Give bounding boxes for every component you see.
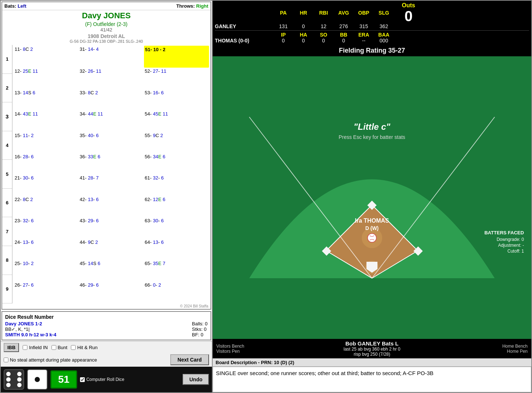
entry-51: 51- 10 - 2 bbox=[144, 46, 209, 68]
row-3: 3 bbox=[2, 102, 12, 131]
entry-32: 32- 26- 11 bbox=[79, 68, 144, 89]
scoreboard: PA HR RBI AVG OBP SLG Outs 0 GANLEY 131 … bbox=[213, 1, 531, 45]
stks-value: 0 bbox=[204, 326, 206, 332]
sb-batter-pa: 131 bbox=[273, 23, 293, 29]
hit-run-checkbox[interactable] bbox=[71, 345, 76, 350]
sb-pitcher-era: -- bbox=[354, 38, 374, 44]
controls-row: IBB Infield IN Bunt Hit & Run bbox=[1, 341, 212, 354]
lineup-rows: 1 2 3 4 5 6 7 8 9 11- 8C 2 31- 14- 4 51-… bbox=[2, 45, 210, 303]
entry-52: 52- 27- 11 bbox=[144, 68, 209, 89]
dice-player-name: Davy JONES 1-2 bbox=[5, 321, 192, 326]
sb-batter-rbi: 12 bbox=[314, 23, 334, 29]
svg-text:"Little c": "Little c" bbox=[354, 122, 391, 132]
home-area: Home Bench Home Pen bbox=[487, 344, 528, 354]
sb-slg-header: SLG bbox=[374, 10, 394, 16]
entry-15: 15- 11- 2 bbox=[14, 132, 79, 153]
entry-36: 36- 33E 6 bbox=[79, 153, 144, 174]
undo-button[interactable]: Undo bbox=[183, 374, 209, 385]
player-number: 41/42 bbox=[2, 27, 210, 33]
dot bbox=[17, 377, 22, 382]
bf-label: BF: bbox=[192, 332, 199, 337]
throws-info: Throws: Right bbox=[176, 3, 208, 9]
row-4: 4 bbox=[2, 131, 12, 160]
sb-obp-header: OBP bbox=[354, 10, 374, 16]
no-steal-label: No steal attempt during plate appearance bbox=[4, 357, 97, 363]
board-desc-label: Board Description - PRN: 10 (D) (2) bbox=[213, 358, 531, 367]
entry-54: 54- 45E 11 bbox=[144, 110, 209, 132]
computer-roll-label: Computer Roll Dice bbox=[80, 377, 124, 382]
player-card: Bats: Left Throws: Right Davy JONES (F) … bbox=[1, 1, 211, 310]
dice-row: Davy JONES 1-2 BB✓, K, *1| SMITH 9.0 h-1… bbox=[5, 321, 208, 337]
dot bbox=[17, 372, 22, 376]
sb-outs-val: 0 bbox=[398, 9, 419, 23]
sb-ha-header: HA bbox=[293, 32, 314, 38]
row-1: 1 bbox=[2, 45, 12, 74]
svg-text:Press Esc key for batter stats: Press Esc key for batter stats bbox=[339, 134, 405, 140]
entry-35: 35- 40- 6 bbox=[79, 132, 144, 153]
dice-smith-line: SMITH 9.0 h-12 w-3 k-4 bbox=[5, 332, 192, 337]
row-9: 9 bbox=[2, 275, 12, 304]
bunt-checkbox[interactable] bbox=[52, 345, 56, 350]
entry-26: 26- 27- 6 bbox=[14, 281, 79, 303]
bats-info: Bats: Left bbox=[4, 3, 26, 9]
entry-43: 43- 29- 6 bbox=[79, 217, 144, 238]
throws-label: Throws: bbox=[176, 3, 195, 9]
batter-name-display: Bob GANLEY Bats L bbox=[256, 340, 487, 347]
entry-64: 64- 13- 6 bbox=[144, 239, 209, 260]
entry-55: 55- 9C 2 bbox=[144, 132, 209, 153]
entry-65: 65- 35E 7 bbox=[144, 260, 209, 281]
entry-34: 34- 44E 11 bbox=[79, 110, 144, 132]
sb-pitcher-bb: 0 bbox=[334, 38, 354, 44]
entry-22: 22- 8C 2 bbox=[14, 196, 79, 217]
sb-era-header: ERA bbox=[354, 32, 374, 38]
sb-batter-obp: 315 bbox=[354, 23, 374, 29]
entry-45: 45- 14S 6 bbox=[79, 260, 144, 281]
ibb-button[interactable]: IBB bbox=[4, 343, 19, 352]
scoreboard-pitcher-row: THOMAS (0-0) 0 0 0 0 -- 000 bbox=[215, 38, 529, 44]
dice-left: Davy JONES 1-2 BB✓, K, *1| SMITH 9.0 h-1… bbox=[5, 321, 192, 337]
dice-face-1 bbox=[4, 369, 24, 390]
sb-pitcher-ip: 0 bbox=[273, 38, 293, 44]
row-numbers: 1 2 3 4 5 6 7 8 9 bbox=[2, 45, 12, 303]
entry-11: 11- 8C 2 bbox=[14, 46, 79, 68]
next-card-button[interactable]: Next Card bbox=[170, 354, 209, 365]
sb-bb-header: BB bbox=[334, 32, 354, 38]
sb-batter-name: GANLEY bbox=[215, 23, 273, 29]
sb-hr-header: HR bbox=[293, 10, 314, 16]
entry-31: 31- 14- 4 bbox=[79, 46, 144, 68]
home-pen-label: Home Pen bbox=[507, 349, 528, 354]
no-steal-checkbox[interactable] bbox=[4, 358, 8, 362]
dot bbox=[17, 383, 22, 387]
svg-text:Cutoff: 1: Cutoff: 1 bbox=[508, 249, 524, 254]
batter-center-info: Bob GANLEY Bats L last 25 ab bvg 360 ebh… bbox=[256, 340, 487, 357]
svg-point-13 bbox=[368, 234, 376, 242]
dice-right: Balls: 0 Stks: 0 BF: 0 bbox=[192, 321, 208, 337]
visitors-pen-label: Visitors Pen bbox=[216, 349, 240, 354]
svg-text:BATTERS FACED: BATTERS FACED bbox=[484, 230, 524, 235]
sb-pitcher-name: THOMAS (0-0) bbox=[215, 38, 273, 44]
entry-61: 61- 32- 6 bbox=[144, 174, 209, 196]
row-5: 5 bbox=[2, 160, 12, 189]
entry-66: 66- 0- 2 bbox=[144, 281, 209, 303]
entry-13: 13- 14S 6 bbox=[14, 89, 79, 110]
sb-baa-header: BAA bbox=[374, 32, 394, 38]
infield-in-label: Infield IN bbox=[23, 345, 48, 350]
sb-rbi-header: RBI bbox=[314, 10, 334, 16]
infield-in-checkbox[interactable] bbox=[23, 345, 27, 350]
computer-roll-checkbox[interactable] bbox=[80, 377, 85, 382]
field-svg: "Little c" Press Esc key for batter stat… bbox=[213, 56, 531, 339]
dice-face-2 bbox=[27, 369, 48, 390]
sb-pa-header: PA bbox=[273, 10, 293, 16]
batter-info-row: Visitors Bench Visitors Pen Bob GANLEY B… bbox=[213, 339, 531, 358]
bf-value: 0 bbox=[201, 332, 203, 337]
card-grid: 11- 8C 2 31- 14- 4 51- 10 - 2 12- 25E 11… bbox=[12, 45, 210, 303]
bunt-label: Bunt bbox=[52, 345, 68, 350]
entry-24: 24- 13- 6 bbox=[14, 239, 79, 260]
dice-result-title: Dice Result Number bbox=[5, 314, 208, 320]
entry-41: 41- 28- 7 bbox=[79, 174, 144, 196]
sb-outs-cell: Outs 0 bbox=[394, 2, 423, 23]
stks-label: Stks: bbox=[192, 326, 202, 332]
visitors-bench-label: Visitors Bench bbox=[216, 344, 244, 349]
entry-33: 33- 8C 2 bbox=[79, 89, 144, 110]
hit-run-label: Hit & Run bbox=[71, 345, 98, 350]
